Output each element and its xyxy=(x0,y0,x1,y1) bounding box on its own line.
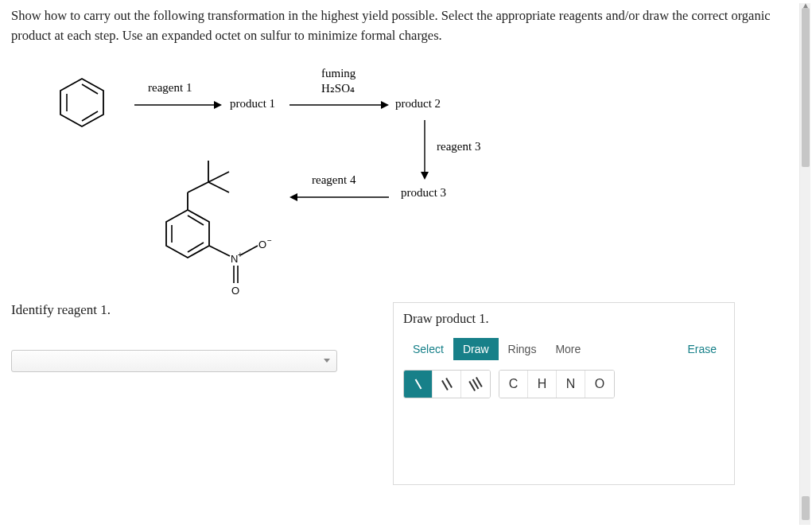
atom-c-button[interactable]: C xyxy=(499,371,528,398)
arrow-down-icon xyxy=(417,120,433,180)
draw-product1-prompt: Draw product 1. xyxy=(403,311,725,327)
atom-n-button[interactable]: N xyxy=(557,371,585,398)
product2-label: product 2 xyxy=(395,97,441,111)
bond-triple-icon[interactable] xyxy=(461,371,490,398)
bond-single-icon[interactable] xyxy=(404,371,433,398)
vertical-scrollbar[interactable]: ▲ xyxy=(799,3,810,525)
drawing-panel: Draw product 1. Select Draw Rings More E… xyxy=(393,302,735,485)
product3-label: product 3 xyxy=(401,186,446,200)
svg-text:−: − xyxy=(267,236,272,245)
svg-line-21 xyxy=(209,246,230,256)
reagent1-prompt: Identify reagent 1. xyxy=(11,302,377,318)
bond-double-icon[interactable] xyxy=(433,371,461,398)
scrollbar-thumb[interactable] xyxy=(802,496,810,520)
tool-erase[interactable]: Erase xyxy=(679,338,725,360)
tool-select[interactable]: Select xyxy=(403,338,453,360)
product-molecule-icon: N + O − O xyxy=(154,138,297,297)
question-instructions: Show how to carry out the following tran… xyxy=(11,6,787,46)
atom-o-button[interactable]: O xyxy=(585,371,614,398)
product1-label: product 1 xyxy=(230,97,275,111)
fuming-label: fuming xyxy=(321,67,355,80)
benzene-icon xyxy=(54,75,110,130)
reagent4-label: reagent 4 xyxy=(312,173,355,187)
svg-marker-12 xyxy=(166,210,209,258)
svg-text:N: N xyxy=(231,253,238,265)
svg-marker-7 xyxy=(381,101,389,109)
chevron-down-icon xyxy=(324,359,330,363)
svg-line-24 xyxy=(240,246,258,255)
tool-draw[interactable]: Draw xyxy=(453,338,499,360)
acid-label: H₂SO₄ xyxy=(321,81,355,95)
arrow-icon xyxy=(134,97,222,113)
svg-marker-9 xyxy=(421,172,429,180)
reagent1-label: reagent 1 xyxy=(148,81,192,95)
svg-line-17 xyxy=(188,182,208,192)
svg-marker-5 xyxy=(214,101,222,109)
reagent3-label: reagent 3 xyxy=(437,140,480,153)
tool-more[interactable]: More xyxy=(546,338,590,360)
arrow-icon xyxy=(289,97,389,113)
svg-text:O: O xyxy=(258,239,266,250)
arrow-left-icon xyxy=(289,189,389,205)
atom-h-button[interactable]: H xyxy=(528,371,557,398)
svg-line-20 xyxy=(208,172,229,182)
svg-text:O: O xyxy=(231,285,239,297)
svg-line-18 xyxy=(208,182,229,192)
tool-rings[interactable]: Rings xyxy=(499,338,546,360)
reagent1-dropdown[interactable] xyxy=(11,350,337,372)
scrollbar-thumb[interactable] xyxy=(802,8,810,167)
reaction-scheme: reagent 1 product 1 fuming H₂SO₄ product… xyxy=(11,52,775,299)
